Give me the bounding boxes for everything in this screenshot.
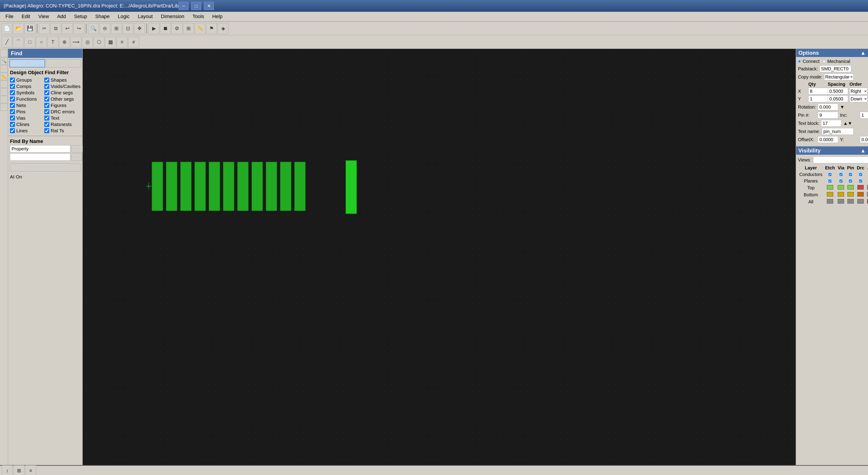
- add-rect-button[interactable]: □: [24, 37, 35, 48]
- select-tool[interactable]: ↖: [0, 50, 8, 57]
- menu-setup[interactable]: Setup: [70, 13, 91, 20]
- bt-btn-2[interactable]: ⊠: [13, 465, 24, 475]
- menu-edit[interactable]: Edit: [18, 13, 34, 20]
- pin-r-input[interactable]: [818, 112, 838, 119]
- route-tool[interactable]: ⟿: [0, 88, 8, 95]
- conductors-pin-cb[interactable]: [849, 173, 852, 176]
- conductors-etch-cb[interactable]: [829, 173, 831, 176]
- grid-button[interactable]: ⊞: [183, 23, 194, 34]
- planes-drc-cb[interactable]: [859, 180, 862, 182]
- menu-add[interactable]: Add: [54, 13, 70, 20]
- top-via-color[interactable]: [838, 185, 844, 189]
- cb-functions-input[interactable]: [10, 96, 15, 101]
- route-button[interactable]: ⟿: [70, 37, 81, 48]
- cb-comps-input[interactable]: [10, 84, 15, 89]
- top-drc-color[interactable]: [857, 185, 864, 189]
- cb-clines-input[interactable]: [10, 122, 15, 127]
- cb-other-segs-input[interactable]: [44, 96, 49, 101]
- menu-help[interactable]: Help: [209, 13, 226, 20]
- conductors-drc-cb[interactable]: [859, 173, 862, 176]
- settings-button[interactable]: ⚙: [172, 23, 182, 34]
- name-button[interactable]: Name: [71, 145, 84, 152]
- menu-layout[interactable]: Layout: [134, 13, 156, 20]
- bottom-etch-color[interactable]: [827, 192, 833, 197]
- x-order-select[interactable]: Right Left: [849, 88, 868, 94]
- canvas-area[interactable]: [83, 49, 796, 465]
- zoom-out-button[interactable]: ⊖: [99, 23, 110, 34]
- connect-radio[interactable]: [798, 60, 801, 63]
- stop-button[interactable]: ⏹: [160, 23, 171, 34]
- measure-button[interactable]: 📏: [195, 23, 206, 34]
- rotation-input[interactable]: [818, 103, 838, 110]
- offset-y-input[interactable]: [860, 136, 868, 143]
- all-etch-color[interactable]: [827, 199, 833, 204]
- copy-mode-select[interactable]: Rectangular Linear: [824, 73, 854, 80]
- constraint-button[interactable]: ≠: [128, 37, 139, 48]
- pan-tool[interactable]: ✥: [0, 65, 8, 72]
- add-line-button[interactable]: ╱: [1, 37, 12, 48]
- bottom-via-color[interactable]: [838, 192, 844, 197]
- menu-dimension[interactable]: Dimension: [157, 13, 188, 20]
- new-button[interactable]: 📄: [1, 23, 12, 34]
- menu-shape[interactable]: Shape: [92, 13, 113, 20]
- padstack-input[interactable]: [819, 65, 851, 72]
- zoom-tool[interactable]: 🔍: [0, 57, 8, 65]
- cb-cline-segs-input[interactable]: [44, 90, 49, 95]
- y-order-select[interactable]: Down Up: [849, 95, 868, 102]
- menu-logic[interactable]: Logic: [114, 13, 133, 20]
- conductors-via-cb[interactable]: [839, 173, 842, 176]
- menu-file[interactable]: File: [2, 13, 17, 20]
- cb-pins-input[interactable]: [10, 109, 15, 114]
- cut-button[interactable]: ✂: [39, 23, 50, 34]
- add-text-button[interactable]: T: [48, 37, 58, 48]
- cb-figures-input[interactable]: [44, 103, 49, 108]
- add-pin-button[interactable]: ⊕: [59, 37, 70, 48]
- planes-etch-cb[interactable]: [829, 180, 831, 182]
- open-button[interactable]: 📂: [13, 23, 24, 34]
- 3d-button[interactable]: ◈: [218, 23, 228, 34]
- y-qty-input[interactable]: [808, 95, 829, 102]
- property-button[interactable]: ≡: [117, 37, 127, 48]
- copy-button[interactable]: ⧉: [51, 23, 61, 34]
- bottom-drc-color[interactable]: [857, 192, 864, 197]
- drc-button[interactable]: ⚑: [206, 23, 217, 34]
- y-spacing-input[interactable]: [828, 95, 848, 102]
- menu-view[interactable]: View: [35, 13, 53, 20]
- menu-tools[interactable]: Tools: [189, 13, 208, 20]
- more-button[interactable]: More: [71, 153, 82, 160]
- shape-tool[interactable]: ⬠: [0, 96, 8, 103]
- find-alloff-button[interactable]: All Off: [46, 59, 81, 67]
- cb-drc-input[interactable]: [44, 109, 49, 114]
- offset-x-input[interactable]: [818, 136, 838, 143]
- run-button[interactable]: ▶: [149, 23, 159, 34]
- cb-groups-input[interactable]: [10, 78, 15, 83]
- pin-r-inc-input[interactable]: [860, 112, 868, 119]
- find-all-button[interactable]: All: [9, 59, 45, 67]
- cb-symbols-input[interactable]: [10, 90, 15, 95]
- text-block-input[interactable]: [821, 120, 841, 127]
- save-button[interactable]: 💾: [24, 23, 35, 34]
- maximize-button[interactable]: □: [191, 2, 201, 10]
- measure-tool[interactable]: 📐: [0, 73, 8, 80]
- top-all-color[interactable]: [867, 185, 868, 189]
- edit-tool[interactable]: ✎: [0, 103, 8, 111]
- bt-btn-3[interactable]: ≡: [25, 465, 36, 475]
- planes-via-cb[interactable]: [839, 180, 842, 182]
- top-etch-color[interactable]: [827, 185, 833, 189]
- cb-nets-input[interactable]: [10, 103, 15, 108]
- undo-button[interactable]: ↩: [62, 23, 73, 34]
- zoom-fit-button[interactable]: ⊞: [111, 23, 122, 34]
- bottom-pin-color[interactable]: [847, 192, 854, 197]
- all-drc-color[interactable]: [857, 199, 864, 204]
- top-pin-color[interactable]: [847, 185, 854, 189]
- zoom-in-button[interactable]: 🔍: [88, 23, 99, 34]
- via-button[interactable]: ◎: [82, 37, 93, 48]
- close-button[interactable]: ✕: [204, 2, 214, 10]
- cb-lines-input[interactable]: [10, 128, 15, 133]
- add-circle-button[interactable]: ○: [36, 37, 47, 48]
- views-input[interactable]: [813, 156, 868, 163]
- add-arc-button[interactable]: ⌒: [13, 37, 24, 48]
- add-tool[interactable]: +: [0, 81, 8, 88]
- zoom-window-button[interactable]: ⊡: [123, 23, 133, 34]
- x-spacing-input[interactable]: [828, 88, 848, 94]
